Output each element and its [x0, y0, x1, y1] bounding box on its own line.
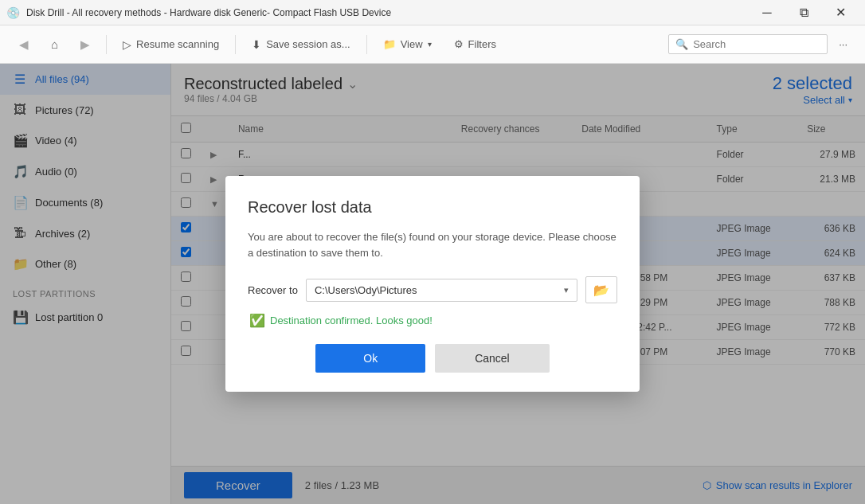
browse-folder-button[interactable]: 📂 [585, 276, 617, 303]
save-icon: ⬇ [252, 38, 261, 51]
toolbar: ◀ ⌂ ▶ ▷ Resume scanning ⬇ Save session a… [0, 25, 865, 64]
resume-scanning-button[interactable]: ▷ Resume scanning [113, 33, 229, 56]
separator2 [235, 35, 236, 54]
forward-button[interactable]: ▶ [71, 33, 100, 57]
resume-icon: ▷ [123, 38, 131, 51]
view-button[interactable]: 📁 View ▾ [374, 33, 441, 55]
recover-modal: Recover lost data You are about to recov… [225, 176, 640, 392]
forward-icon: ▶ [80, 37, 90, 52]
checkmark-icon: ✅ [249, 313, 265, 328]
modal-body: You are about to recover the file(s) fou… [248, 229, 617, 260]
filters-icon: ⚙ [454, 38, 464, 50]
destination-confirmed: ✅ Destination confirmed. Looks good! [248, 313, 617, 328]
back-icon: ◀ [19, 37, 29, 52]
recover-to-label: Recover to [248, 284, 298, 296]
path-text: C:\Users\Ody\Pictures [315, 284, 564, 296]
search-input[interactable] [693, 38, 827, 50]
folder-icon: 📂 [593, 283, 609, 298]
modal-buttons: Ok Cancel [248, 344, 617, 373]
home-button[interactable]: ⌂ [41, 33, 68, 56]
search-icon: 🔍 [675, 38, 688, 50]
recover-to-row: Recover to C:\Users\Ody\Pictures ▾ 📂 [248, 276, 617, 303]
modal-overlay: Recover lost data You are about to recov… [0, 64, 865, 504]
minimize-button[interactable]: ─ [749, 0, 785, 25]
dropdown-arrow-icon: ▾ [564, 285, 569, 295]
view-icon: 📁 [383, 38, 396, 50]
ok-button[interactable]: Ok [315, 344, 425, 373]
search-box: 🔍 [668, 34, 828, 54]
view-chevron-icon: ▾ [428, 40, 432, 49]
home-icon: ⌂ [51, 37, 58, 51]
separator3 [366, 35, 367, 54]
titlebar: 💿 Disk Drill - All recovery methods - Ha… [0, 0, 865, 25]
close-button[interactable]: ✕ [822, 0, 859, 25]
path-dropdown[interactable]: C:\Users\Ody\Pictures ▾ [306, 279, 577, 302]
back-button[interactable]: ◀ [10, 33, 38, 57]
filters-button[interactable]: ⚙ Filters [444, 33, 506, 55]
restore-button[interactable]: ⧉ [785, 0, 822, 25]
save-session-button[interactable]: ⬇ Save session as... [242, 33, 360, 56]
separator [106, 35, 107, 54]
titlebar-title: Disk Drill - All recovery methods - Hard… [26, 7, 742, 18]
more-button[interactable]: ··· [831, 33, 855, 55]
window-controls: ─ ⧉ ✕ [749, 0, 859, 25]
app-icon: 💿 [6, 6, 20, 19]
cancel-button[interactable]: Cancel [435, 344, 550, 373]
modal-title: Recover lost data [248, 198, 617, 217]
